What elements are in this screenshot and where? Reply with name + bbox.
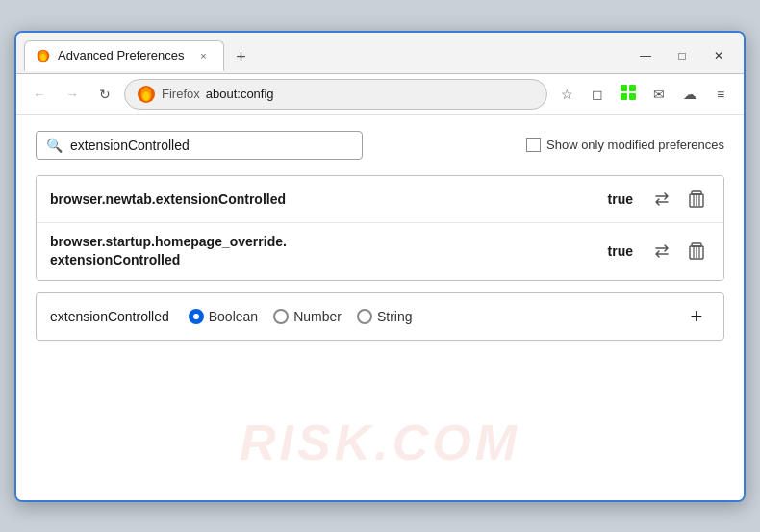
nav-bar: ← → ↻ Firefox about:config ☆ ◻: [16, 73, 744, 115]
table-row: browser.startup.homepage_override. exten…: [37, 223, 723, 280]
new-tab-button[interactable]: +: [228, 44, 255, 71]
pocket-icon: ◻: [592, 87, 603, 102]
delete-icon: [689, 190, 704, 208]
menu-button[interactable]: ≡: [707, 81, 734, 108]
back-button[interactable]: ←: [26, 81, 53, 108]
delete-button-1[interactable]: [683, 186, 710, 213]
row-actions-1: [648, 186, 710, 213]
url-text: about:config: [206, 87, 274, 101]
radio-boolean[interactable]: Boolean: [189, 309, 258, 324]
svg-rect-19: [692, 243, 701, 246]
svg-point-5: [143, 91, 150, 100]
account-icon: ☁: [683, 87, 697, 102]
show-modified-text: Show only modified preferences: [546, 138, 724, 152]
boolean-label: Boolean: [209, 309, 258, 324]
extension-button[interactable]: [615, 81, 642, 108]
add-preference-row: extensionControlled Boolean Number Strin…: [36, 292, 724, 341]
active-tab[interactable]: Advanced Preferences ×: [24, 40, 224, 71]
swap-button-2[interactable]: [648, 238, 675, 265]
boolean-radio-circle: [189, 309, 204, 324]
window-controls: — □ ✕: [628, 42, 736, 69]
tab-close-button[interactable]: ×: [196, 48, 212, 63]
show-modified-checkbox[interactable]: [526, 138, 541, 152]
number-radio-circle: [273, 309, 289, 324]
swap-icon: [653, 190, 671, 208]
pref-name-1: browser.newtab.extensionControlled: [50, 191, 608, 207]
forward-icon: →: [65, 87, 79, 102]
extension-icon: [620, 84, 637, 104]
search-box: 🔍: [36, 131, 363, 160]
maximize-button[interactable]: □: [665, 42, 699, 69]
pocket-button[interactable]: ◻: [584, 81, 611, 108]
svg-rect-7: [629, 85, 636, 91]
browser-window: Advanced Preferences × + — □ ✕ ← → ↻: [14, 31, 746, 502]
svg-point-2: [40, 53, 46, 60]
search-input[interactable]: [70, 138, 352, 153]
pref-name-2: browser.startup.homepage_override. exten…: [50, 233, 608, 270]
pref-value-2: true: [608, 243, 633, 259]
results-table: browser.newtab.extensionControlled true: [36, 175, 724, 281]
tab-title: Advanced Preferences: [58, 48, 185, 63]
number-label: Number: [293, 309, 342, 324]
add-preference-button[interactable]: +: [683, 303, 710, 330]
svg-rect-9: [629, 93, 636, 100]
string-radio-circle: [357, 309, 372, 324]
profile-icon: ✉: [653, 87, 665, 102]
radio-number[interactable]: Number: [273, 309, 342, 324]
content-area: 🔍 Show only modified preferences browser…: [16, 115, 744, 500]
forward-button[interactable]: →: [59, 81, 86, 108]
title-bar: Advanced Preferences × + — □ ✕: [16, 33, 744, 73]
type-radio-group: Boolean Number String: [189, 309, 413, 324]
close-button[interactable]: ✕: [701, 42, 736, 69]
toolbar-icons: ☆ ◻ ✉ ☁: [553, 81, 734, 108]
string-label: String: [377, 309, 413, 324]
browser-name-label: Firefox: [162, 87, 200, 101]
svg-rect-14: [692, 191, 701, 194]
radio-string[interactable]: String: [357, 309, 413, 324]
swap-icon: [653, 242, 671, 260]
table-row: browser.newtab.extensionControlled true: [37, 176, 723, 223]
delete-button-2[interactable]: [683, 238, 710, 265]
reload-button[interactable]: ↻: [91, 81, 118, 108]
new-pref-name: extensionControlled: [50, 309, 169, 324]
bookmark-button[interactable]: ☆: [553, 81, 580, 108]
search-icon: 🔍: [46, 138, 63, 153]
back-icon: ←: [33, 87, 46, 102]
svg-rect-6: [621, 85, 627, 91]
profile-button[interactable]: ✉: [646, 81, 672, 108]
url-bar[interactable]: Firefox about:config: [124, 79, 547, 110]
watermark: RISK.COM: [240, 414, 520, 471]
row-actions-2: [648, 238, 710, 265]
show-modified-label: Show only modified preferences: [526, 138, 724, 152]
bookmark-icon: ☆: [561, 87, 573, 102]
account-button[interactable]: ☁: [676, 81, 703, 108]
minimize-button[interactable]: —: [628, 42, 663, 69]
pref-value-1: true: [608, 191, 633, 207]
firefox-logo-icon: [137, 85, 156, 104]
delete-icon: [689, 242, 704, 260]
hamburger-icon: ≡: [717, 87, 724, 102]
swap-button-1[interactable]: [648, 186, 675, 213]
search-row: 🔍 Show only modified preferences: [36, 131, 724, 160]
tab-favicon-icon: [37, 49, 50, 63]
tab-strip: Advanced Preferences × +: [24, 40, 628, 71]
svg-rect-8: [621, 93, 627, 100]
reload-icon: ↻: [99, 87, 111, 102]
